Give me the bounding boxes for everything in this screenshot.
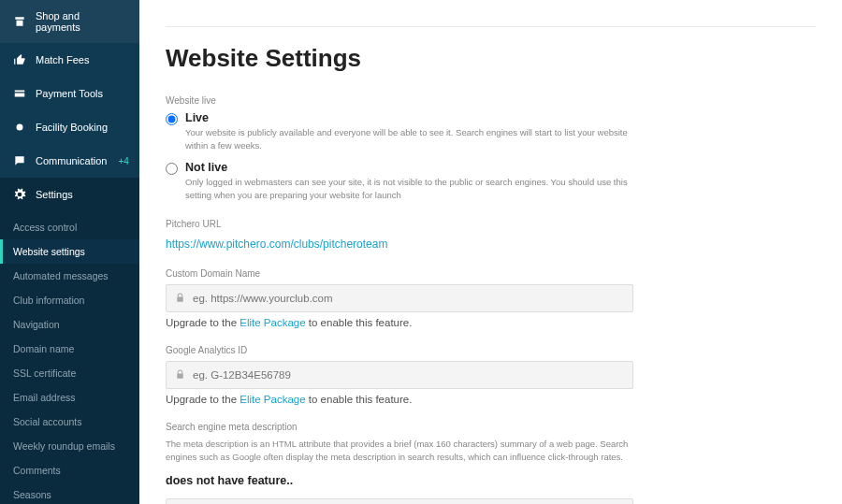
live-desc: Your website is publicly available and e… bbox=[185, 126, 644, 153]
upgrade-note: Upgrade to the Elite Package to enable t… bbox=[166, 317, 816, 328]
ga-input bbox=[166, 361, 633, 389]
ga-label: Google Analytics ID bbox=[166, 345, 816, 355]
custom-domain-label: Custom Domain Name bbox=[166, 268, 816, 279]
sub-ssl-certificate[interactable]: SSL certificate bbox=[0, 361, 139, 385]
card-icon bbox=[13, 87, 26, 100]
nav-label: Shop and payments bbox=[36, 10, 126, 33]
sub-website-settings[interactable]: Website settings bbox=[0, 239, 139, 264]
nav-label: Payment Tools bbox=[36, 88, 103, 99]
custom-domain-input bbox=[166, 284, 633, 312]
nav-label: Settings bbox=[36, 189, 73, 200]
whistle-icon bbox=[13, 121, 26, 134]
sub-comments[interactable]: Comments bbox=[0, 458, 139, 482]
chat-icon bbox=[13, 154, 26, 167]
badge-count: +4 bbox=[118, 156, 128, 166]
sub-club-information[interactable]: Club information bbox=[0, 288, 139, 312]
nav-settings[interactable]: Settings bbox=[0, 178, 139, 211]
notlive-title: Not live bbox=[185, 161, 644, 174]
nav-label: Communication bbox=[36, 155, 107, 166]
nav-communication[interactable]: Communication +4 bbox=[0, 144, 139, 178]
page-title: Website Settings bbox=[166, 44, 816, 73]
subnav: Access control Website settings Automate… bbox=[0, 211, 139, 504]
svg-point-0 bbox=[17, 124, 23, 131]
nav-label: Match Fees bbox=[36, 54, 89, 65]
sidebar: Shop and payments Match Fees Payment Too… bbox=[0, 0, 139, 504]
pitchero-url-link[interactable]: https://www.pitchero.com/clubs/pitcherot… bbox=[166, 238, 387, 251]
shop-icon bbox=[13, 15, 26, 28]
sub-automated-messages[interactable]: Automated messages bbox=[0, 264, 139, 288]
sub-domain-name[interactable]: Domain name bbox=[0, 337, 139, 361]
live-title: Live bbox=[185, 111, 644, 124]
nav-payment-tools[interactable]: Payment Tools bbox=[0, 77, 139, 110]
thumbs-icon bbox=[13, 53, 26, 66]
gear-icon bbox=[13, 188, 26, 201]
sub-weekly-roundup[interactable]: Weekly roundup emails bbox=[0, 434, 139, 458]
lock-icon bbox=[175, 367, 185, 383]
sub-seasons[interactable]: Seasons bbox=[0, 482, 139, 504]
meta-input bbox=[166, 498, 633, 505]
elite-package-link[interactable]: Elite Package bbox=[240, 317, 305, 328]
upgrade-note: Upgrade to the Elite Package to enable t… bbox=[166, 394, 816, 405]
nav-shop-payments[interactable]: Shop and payments bbox=[0, 0, 139, 43]
meta-label: Search engine meta description bbox=[166, 422, 816, 432]
lock-icon bbox=[175, 290, 185, 307]
sub-navigation[interactable]: Navigation bbox=[0, 312, 139, 337]
main-content: Website Settings Website live Live Your … bbox=[139, 0, 842, 504]
nav-match-fees[interactable]: Match Fees bbox=[0, 43, 139, 77]
feature-note: does not have feature.. bbox=[166, 474, 816, 487]
nav-label: Facility Booking bbox=[36, 122, 108, 133]
radio-live[interactable] bbox=[166, 113, 178, 125]
nav-facility-booking[interactable]: Facility Booking bbox=[0, 110, 139, 144]
sub-email-address[interactable]: Email address bbox=[0, 385, 139, 410]
notlive-desc: Only logged in webmasters can see your s… bbox=[185, 176, 644, 203]
meta-help: The meta description is an HTML attribut… bbox=[166, 438, 633, 465]
elite-package-link[interactable]: Elite Package bbox=[240, 394, 305, 405]
sub-social-accounts[interactable]: Social accounts bbox=[0, 410, 139, 434]
sub-access-control[interactable]: Access control bbox=[0, 215, 139, 239]
website-live-label: Website live bbox=[166, 95, 816, 106]
pitchero-url-label: Pitchero URL bbox=[166, 219, 816, 229]
radio-not-live[interactable] bbox=[166, 163, 178, 175]
